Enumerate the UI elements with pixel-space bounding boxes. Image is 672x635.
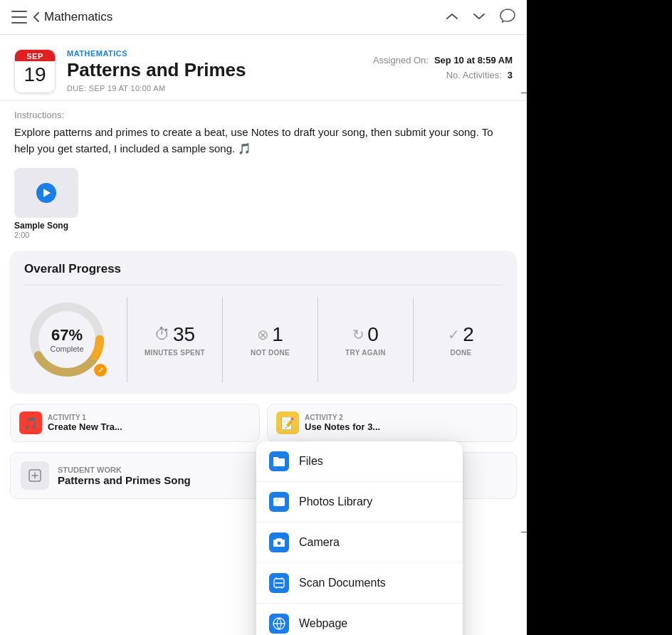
assignment-info: MATHEMATICS Patterns and Primes DUE: SEP… xyxy=(67,49,359,93)
assigned-on-row: Assigned On: Sep 10 at 8:59 AM xyxy=(373,55,513,65)
instructions-section: Instructions: Explore patterns and prime… xyxy=(0,101,527,168)
assignment-due: DUE: SEP 19 AT 10:00 AM xyxy=(67,84,359,93)
stat-divider-4 xyxy=(413,297,414,382)
stat-not-done: ⊗ 1 NOT DONE xyxy=(229,323,312,357)
activity-card-2[interactable]: 📝 ACTIVITY 2 Use Notes for 3... xyxy=(267,404,517,442)
minutes-label: MINUTES SPENT xyxy=(145,349,205,357)
assignment-header: SEP 19 MATHEMATICS Patterns and Primes D… xyxy=(0,35,527,101)
dropdown-menu: Files Photos Library Camera Scan Documen… xyxy=(256,441,463,635)
back-label: Mathematics xyxy=(44,10,112,24)
activity-1-info: ACTIVITY 1 Create New Tra... xyxy=(48,414,122,432)
files-label: Files xyxy=(299,455,323,468)
camera-icon xyxy=(269,532,289,552)
donut-text: 67% Complete xyxy=(50,326,83,353)
activity-1-num: ACTIVITY 1 xyxy=(48,414,122,421)
black-panel xyxy=(527,0,672,635)
try-again-icon: ↻ xyxy=(352,326,364,343)
back-button[interactable]: Mathematics xyxy=(33,10,112,24)
stat-divider-1 xyxy=(127,297,127,382)
dropdown-item-camera[interactable]: Camera xyxy=(256,523,463,563)
svg-point-6 xyxy=(277,541,281,545)
dropdown-item-scan[interactable]: Scan Documents xyxy=(256,563,463,604)
minutes-value: 35 xyxy=(173,323,195,346)
donut-complete-label: Complete xyxy=(50,345,83,353)
donut-percentage: 67% xyxy=(50,326,83,345)
not-done-icon: ⊗ xyxy=(257,326,269,343)
try-again-value-group: ↻ 0 xyxy=(352,323,379,346)
progress-section: Overall Progress 67% Complete xyxy=(10,251,517,394)
calendar-badge: SEP 19 xyxy=(14,49,56,93)
assignment-title: Patterns and Primes xyxy=(67,59,359,81)
comment-icon[interactable] xyxy=(500,9,515,26)
right-indicator-line-2 xyxy=(521,532,527,532)
no-activities-label: No. Activities: xyxy=(446,70,502,80)
activity-2-icon: 📝 xyxy=(276,411,299,434)
no-activities-value: 3 xyxy=(508,70,513,80)
nav-icons xyxy=(446,9,515,26)
try-again-value: 0 xyxy=(367,323,379,346)
done-label: DONE xyxy=(450,349,471,357)
activity-1-name: Create New Tra... xyxy=(48,421,122,432)
camera-label: Camera xyxy=(299,536,340,549)
photos-label: Photos Library xyxy=(299,495,372,508)
dropdown-item-webpage[interactable]: Webpage xyxy=(256,604,463,635)
dropdown-item-photos[interactable]: Photos Library xyxy=(256,482,463,523)
assignment-subject: MATHEMATICS xyxy=(67,49,359,58)
media-item: Sample Song 2:00 xyxy=(14,168,78,239)
stat-divider-3 xyxy=(317,297,318,382)
right-indicator-line-1 xyxy=(521,93,527,93)
activity-1-icon: 🎵 xyxy=(19,411,42,434)
done-value: 2 xyxy=(463,323,474,346)
work-icon xyxy=(21,461,49,490)
photos-icon xyxy=(269,492,289,512)
assigned-on-value: Sep 10 at 8:59 AM xyxy=(434,55,513,65)
dropdown-item-files[interactable]: Files xyxy=(256,441,463,482)
activity-card-1[interactable]: 🎵 ACTIVITY 1 Create New Tra... xyxy=(10,404,260,442)
activity-2-num: ACTIVITY 2 xyxy=(305,414,380,421)
activity-2-info: ACTIVITY 2 Use Notes for 3... xyxy=(305,414,380,432)
minutes-value-group: ⏱ 35 xyxy=(154,323,195,346)
not-done-label: NOT DONE xyxy=(251,349,290,357)
webpage-label: Webpage xyxy=(299,617,347,630)
calendar-month: SEP xyxy=(15,50,55,61)
assignment-meta: Assigned On: Sep 10 at 8:59 AM No. Activ… xyxy=(370,49,513,93)
sidebar-toggle[interactable] xyxy=(11,11,27,23)
nav-bar: Mathematics xyxy=(0,0,527,35)
instructions-label: Instructions: xyxy=(14,110,513,120)
done-icon: ✓ xyxy=(448,326,460,343)
progress-divider xyxy=(24,285,503,285)
calendar-day: 19 xyxy=(15,61,55,87)
progress-stats: 67% Complete ⏱ 35 MINUTES SPENT ⊗ 1 xyxy=(24,297,503,382)
no-activities-row: No. Activities: 3 xyxy=(446,70,513,80)
donut-chart: 67% Complete xyxy=(24,297,110,382)
media-label: Sample Song xyxy=(14,221,78,231)
chevron-up-icon[interactable] xyxy=(446,11,458,23)
done-value-group: ✓ 2 xyxy=(448,323,474,346)
media-play-button[interactable] xyxy=(14,168,78,218)
not-done-value-group: ⊗ 1 xyxy=(257,323,283,346)
stat-done: ✓ 2 DONE xyxy=(419,323,503,357)
scan-label: Scan Documents xyxy=(299,577,386,589)
stat-try-again: ↻ 0 TRY AGAIN xyxy=(324,323,407,357)
activity-2-name: Use Notes for 3... xyxy=(305,421,380,432)
media-duration: 2:00 xyxy=(14,231,78,239)
try-again-label: TRY AGAIN xyxy=(345,349,386,357)
stat-minutes: ⏱ 35 MINUTES SPENT xyxy=(133,323,216,357)
play-icon[interactable] xyxy=(36,183,56,203)
assigned-on-label: Assigned On: xyxy=(373,55,429,65)
webpage-icon xyxy=(269,614,289,634)
files-icon xyxy=(269,451,289,471)
chevron-down-icon[interactable] xyxy=(473,11,485,23)
scan-icon xyxy=(269,573,289,593)
instructions-text: Explore patterns and primes to create a … xyxy=(14,125,513,157)
stat-divider-2 xyxy=(222,297,223,382)
progress-title: Overall Progress xyxy=(24,262,503,276)
clock-icon: ⏱ xyxy=(154,325,170,344)
not-done-value: 1 xyxy=(272,323,283,346)
checkmark-badge xyxy=(93,362,108,378)
activities-section: 🎵 ACTIVITY 1 Create New Tra... 📝 ACTIVIT… xyxy=(10,404,517,442)
